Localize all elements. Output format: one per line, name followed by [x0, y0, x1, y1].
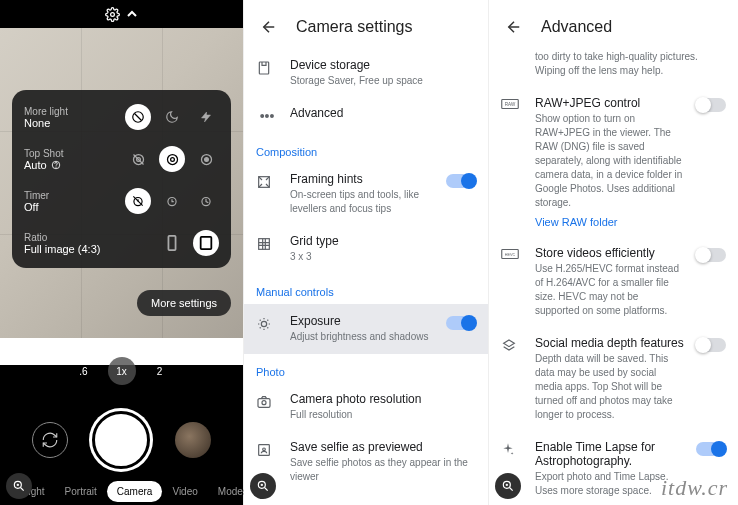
more-light-value: None: [24, 117, 68, 129]
resolution-setting[interactable]: Camera photo resolution Full resolution: [256, 384, 476, 432]
advanced-settings-panel: Advanced too dirty to take high-quality …: [489, 0, 738, 505]
ratio-value: Full image (4:3): [24, 243, 100, 255]
flash-on-icon[interactable]: [193, 104, 219, 130]
lens-hint-desc: too dirty to take high-quality pictures.…: [535, 50, 726, 78]
resolution-label: Camera photo resolution: [290, 392, 476, 406]
mode-camera[interactable]: Camera: [107, 481, 163, 502]
settings-title: Camera settings: [296, 18, 413, 36]
night-mode-icon[interactable]: [159, 104, 185, 130]
social-depth-label: Social media depth features: [535, 336, 684, 350]
more-light-label: More light: [24, 106, 68, 117]
advanced-title: Advanced: [541, 18, 612, 36]
timer-label: Timer: [24, 190, 49, 201]
camera-bottom-controls: .6 1x 2 it Sight Portrait Camera Video M…: [0, 365, 243, 505]
camera-icon: [256, 392, 278, 410]
framing-hints-label: Framing hints: [290, 172, 434, 186]
zoom-1x[interactable]: 1x: [108, 357, 136, 385]
store-videos-desc: Use H.265/HEVC format instead of H.264/A…: [535, 262, 684, 318]
hevc-icon: HEVC: [501, 246, 523, 260]
framing-hints-setting[interactable]: Framing hints On-screen tips and tools, …: [256, 164, 476, 226]
advanced-setting[interactable]: ••• Advanced: [256, 98, 476, 134]
timer-10s-icon[interactable]: [193, 188, 219, 214]
top-shot-label: Top Shot: [24, 148, 63, 159]
top-shot-value: Auto: [24, 159, 63, 171]
zoom-selector[interactable]: .6 1x 2: [0, 357, 243, 385]
sparkle-icon: [501, 440, 523, 456]
svg-point-21: [262, 401, 266, 405]
selfie-label: Save selfie as previewed: [290, 440, 476, 454]
more-settings-button[interactable]: More settings: [137, 290, 231, 316]
grid-type-setting[interactable]: Grid type 3 x 3: [256, 226, 476, 274]
switch-camera-button[interactable]: [32, 422, 68, 458]
zoom-2x[interactable]: 2: [146, 357, 174, 385]
ratio-43-icon[interactable]: [193, 230, 219, 256]
advanced-label: Advanced: [290, 106, 476, 120]
quick-settings-panel: More light None Top Shot Auto: [12, 90, 231, 268]
topshot-off-icon[interactable]: [125, 146, 151, 172]
store-videos-toggle[interactable]: [696, 248, 726, 262]
shutter-button[interactable]: [92, 411, 150, 469]
watermark: itdw.cr: [661, 475, 728, 501]
camera-settings-panel: Camera settings Device storage Storage S…: [244, 0, 489, 505]
svg-point-23: [263, 448, 266, 451]
composition-section: Composition: [256, 134, 476, 164]
device-storage-label: Device storage: [290, 58, 476, 72]
flash-off-icon[interactable]: [125, 104, 151, 130]
store-videos-label: Store videos efficiently: [535, 246, 684, 260]
exposure-toggle[interactable]: [446, 316, 476, 330]
depth-icon: [501, 336, 523, 354]
raw-jpeg-setting[interactable]: RAW RAW+JPEG control Show option to turn…: [501, 88, 726, 238]
mode-portrait[interactable]: Portrait: [55, 481, 107, 502]
camera-app-panel: More light None Top Shot Auto: [0, 0, 244, 505]
timelapse-toggle[interactable]: [696, 442, 726, 456]
svg-point-7: [170, 157, 174, 161]
svg-rect-14: [201, 237, 212, 249]
timer-3s-icon[interactable]: [159, 188, 185, 214]
magnifier-icon[interactable]: [6, 473, 32, 499]
social-depth-toggle[interactable]: [696, 338, 726, 352]
more-light-row: More light None: [24, 104, 219, 130]
gallery-thumbnail[interactable]: [175, 422, 211, 458]
social-depth-setting[interactable]: Social media depth features Depth data w…: [501, 328, 726, 432]
device-storage-setting[interactable]: Device storage Storage Saver, Free up sp…: [256, 50, 476, 98]
selfie-desc: Save selfie photos as they appear in the…: [290, 456, 476, 484]
raw-jpeg-label: RAW+JPEG control: [535, 96, 684, 110]
svg-rect-22: [259, 445, 270, 456]
svg-point-19: [261, 321, 266, 326]
svg-text:RAW: RAW: [505, 102, 516, 107]
help-icon[interactable]: [51, 160, 61, 170]
topshot-on-icon[interactable]: [193, 146, 219, 172]
chevron-up-icon[interactable]: [126, 10, 138, 18]
resolution-desc: Full resolution: [290, 408, 476, 422]
svg-point-6: [167, 154, 177, 164]
settings-gear-icon[interactable]: [105, 7, 120, 22]
timer-off-icon[interactable]: [125, 188, 151, 214]
exposure-icon: [256, 314, 278, 332]
view-raw-folder-link[interactable]: View RAW folder: [535, 216, 684, 228]
selfie-setting[interactable]: Save selfie as previewed Save selfie pho…: [256, 432, 476, 494]
framing-hints-desc: On-screen tips and tools, like levellers…: [290, 188, 434, 216]
svg-rect-13: [168, 236, 175, 250]
back-arrow-icon[interactable]: [260, 18, 278, 36]
top-shot-row: Top Shot Auto: [24, 146, 219, 172]
camera-viewfinder[interactable]: More light None Top Shot Auto: [0, 28, 243, 338]
back-arrow-icon[interactable]: [505, 18, 523, 36]
dots-icon: •••: [256, 106, 278, 124]
magnifier-icon[interactable]: [250, 473, 276, 499]
magnifier-icon[interactable]: [495, 473, 521, 499]
mode-video[interactable]: Video: [162, 481, 207, 502]
ratio-169-icon[interactable]: [159, 230, 185, 256]
svg-point-9: [204, 157, 208, 161]
raw-jpeg-toggle[interactable]: [696, 98, 726, 112]
framing-icon: [256, 172, 278, 190]
exposure-setting[interactable]: Exposure Adjust brightness and shadows: [244, 304, 488, 354]
topshot-auto-icon[interactable]: [159, 146, 185, 172]
timelapse-label: Enable Time Lapse for Astrophotography.: [535, 440, 684, 468]
grid-icon: [256, 234, 278, 252]
svg-point-0: [111, 12, 115, 16]
store-videos-setting[interactable]: HEVC Store videos efficiently Use H.265/…: [501, 238, 726, 328]
zoom-0.6x[interactable]: .6: [70, 357, 98, 385]
framing-hints-toggle[interactable]: [446, 174, 476, 188]
photo-section: Photo: [256, 354, 476, 384]
timer-value: Off: [24, 201, 49, 213]
